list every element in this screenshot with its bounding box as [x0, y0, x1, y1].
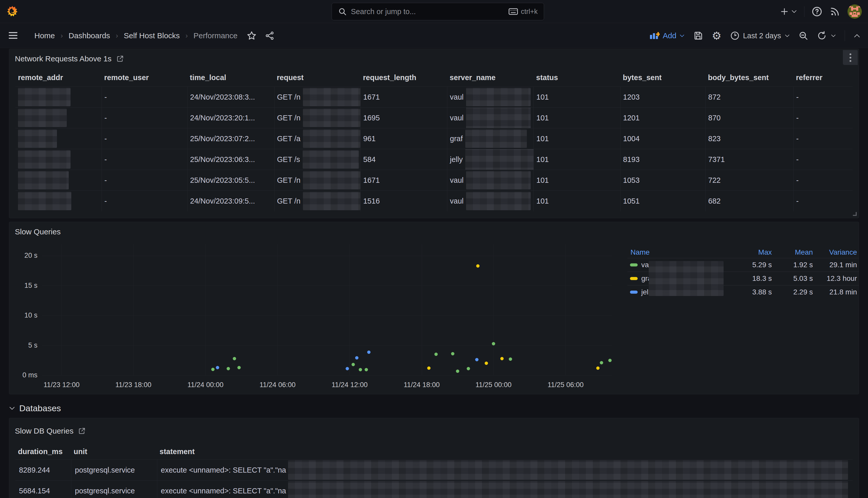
add-button[interactable]: Add [649, 31, 684, 40]
redacted-server-name [466, 171, 531, 189]
redacted-remote-addr [18, 192, 71, 210]
legend-col-max[interactable]: Max [733, 248, 772, 257]
y-tick: 5 s [12, 341, 38, 349]
external-link-icon[interactable] [116, 55, 124, 63]
breadcrumb-folder[interactable]: Self Host Blocks [124, 31, 179, 40]
redacted-remote-addr [18, 150, 70, 169]
cell-request: GET /s [277, 155, 300, 164]
cell-server-name: vaul [450, 93, 463, 101]
favorite-star-icon[interactable] [247, 31, 257, 41]
cell-referrer: - [796, 134, 799, 143]
cell-request-length: 1671 [363, 93, 380, 101]
keyboard-icon [508, 8, 518, 15]
redacted-request [303, 192, 361, 210]
scatter-point [216, 366, 219, 369]
cell-duration: 8289.244 [19, 466, 50, 474]
col-header[interactable]: remote_addr [15, 68, 101, 87]
series-variance: 21.8 min [813, 288, 859, 296]
cell-request-length: 1671 [363, 176, 380, 185]
scatter-point [500, 357, 504, 360]
panel-resize-handle[interactable] [853, 212, 857, 216]
cell-time-local: 25/Nov/2023:05:5... [190, 176, 255, 185]
cell-request: GET /n [277, 176, 300, 185]
dashboard-toolbar: Home › Dashboards › Self Host Blocks › P… [0, 23, 868, 48]
toolbar-actions: Add ⚙ Last 2 days [649, 23, 868, 48]
top-nav-bar: Search or jump to... ctrl+k [0, 0, 868, 23]
col-header[interactable]: time_local [187, 68, 274, 87]
col-header[interactable]: unit [71, 444, 157, 459]
panel-title[interactable]: Network Requests Above 1s [15, 54, 112, 63]
panel-title[interactable]: Slow Queries [15, 227, 60, 236]
cell-status: 101 [536, 197, 549, 205]
breadcrumb-separator: › [180, 31, 193, 40]
col-header[interactable]: remote_user [101, 68, 187, 87]
cell-duration: 5684.154 [19, 487, 50, 495]
cell-remote-user: - [104, 155, 107, 164]
menu-toggle-icon[interactable] [9, 32, 17, 39]
network-requests-table: remote_addr remote_user time_local reque… [15, 68, 853, 211]
y-tick: 15 s [12, 281, 38, 290]
x-tick: 11/25 06:00 [548, 381, 584, 389]
cell-body-bytes-sent: 823 [708, 134, 720, 143]
cell-request: GET /n [277, 114, 300, 122]
col-header[interactable]: statement [157, 444, 853, 459]
refresh-button[interactable] [817, 31, 836, 41]
cell-referrer: - [796, 114, 799, 122]
cell-referrer: - [796, 176, 799, 185]
new-dropdown-button[interactable] [780, 7, 797, 16]
scatter-point [476, 264, 480, 267]
cell-bytes-sent: 1203 [623, 93, 640, 101]
table-row: - 24/Nov/2023:08:3... GET /n 1671 vaul 1… [15, 87, 853, 107]
cell-request: GET /a [277, 134, 300, 143]
redacted-remote-addr [18, 129, 57, 148]
collapse-toolbar-icon[interactable] [854, 34, 860, 38]
section-databases[interactable]: Databases [9, 402, 61, 415]
slow-queries-plot[interactable]: 11/23 12:00 11/23 18:00 11/24 00:00 11/2… [42, 256, 612, 375]
redacted-request [303, 171, 361, 189]
time-range-picker[interactable]: Last 2 days [730, 31, 790, 40]
x-tick: 11/23 12:00 [44, 381, 80, 389]
legend-col-mean[interactable]: Mean [772, 248, 813, 257]
col-header[interactable]: status [533, 68, 620, 87]
panel-menu-button[interactable] [843, 50, 858, 65]
share-icon[interactable] [265, 31, 274, 40]
external-link-icon[interactable] [78, 427, 86, 435]
grafana-logo-icon[interactable] [7, 5, 18, 18]
redacted-remote-addr [18, 171, 69, 189]
col-header[interactable]: referrer [794, 68, 853, 87]
redacted-request [303, 150, 359, 169]
dashboard-settings-icon[interactable]: ⚙ [712, 29, 721, 42]
breadcrumb-dashboards[interactable]: Dashboards [68, 31, 110, 40]
breadcrumb-home[interactable]: Home [35, 31, 55, 40]
scatter-point [608, 358, 612, 362]
col-header[interactable]: duration_ms [15, 444, 71, 459]
legend-col-name[interactable]: Name [627, 248, 733, 257]
legend-col-variance[interactable]: Variance [813, 248, 859, 257]
panel-title[interactable]: Slow DB Queries [15, 427, 73, 435]
cell-remote-user: - [104, 197, 107, 205]
col-header[interactable]: server_name [447, 68, 533, 87]
table-row: - 25/Nov/2023:06:3... GET /s 584 jelly 1… [15, 149, 853, 170]
save-dashboard-icon[interactable] [693, 31, 703, 41]
redacted-server-name [466, 192, 531, 210]
y-tick: 0 ms [12, 371, 38, 379]
news-rss-icon[interactable] [829, 6, 840, 17]
cell-server-name: vaul [450, 114, 463, 122]
cell-unit: postgresql.service [75, 487, 135, 495]
cell-referrer: - [796, 197, 799, 205]
table-row: 5684.154 postgresql.service execute <unn… [15, 480, 853, 498]
col-header[interactable]: bytes_sent [620, 68, 705, 87]
redacted-remote-addr [18, 88, 70, 106]
time-range-label: Last 2 days [743, 31, 781, 40]
col-header[interactable]: request_length [361, 68, 447, 87]
scatter-point [467, 367, 470, 370]
col-header[interactable]: body_bytes_sent [705, 68, 794, 87]
help-icon[interactable] [812, 6, 822, 17]
cell-bytes-sent: 1004 [623, 134, 640, 143]
cell-server-name: vaul [450, 197, 463, 205]
zoom-out-icon[interactable] [799, 31, 808, 41]
search-input[interactable]: Search or jump to... ctrl+k [332, 3, 544, 20]
user-avatar[interactable] [847, 4, 862, 19]
cell-remote-user: - [104, 176, 107, 185]
col-header[interactable]: request [274, 68, 361, 87]
